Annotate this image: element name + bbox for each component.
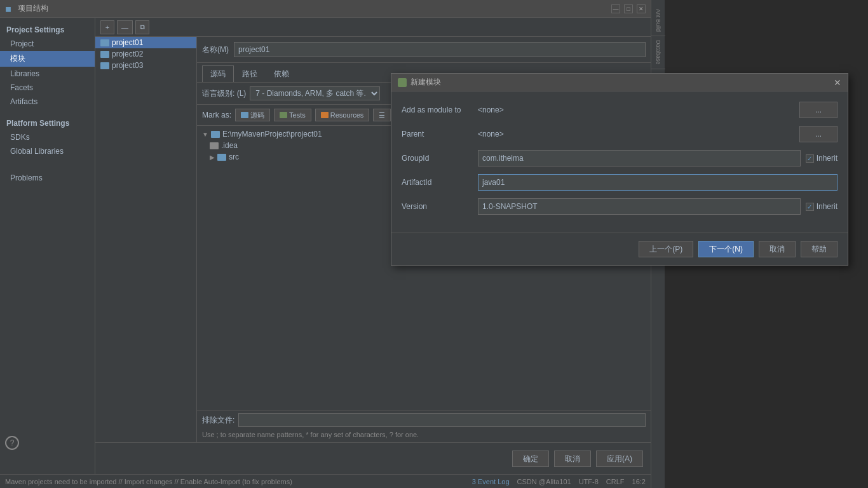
sidebar-item-libraries[interactable]: Libraries <box>0 67 95 81</box>
name-label: 名称(M) <box>202 44 229 55</box>
project-settings-title: Project Settings <box>0 20 95 37</box>
app-title-bar: ◼ 项目结构 — □ ✕ <box>0 0 651 18</box>
folder-icon <box>100 62 109 69</box>
mark-sources-label: 源码 <box>250 111 264 120</box>
root-folder-icon <box>211 131 220 138</box>
add-module-to-row: Add as module to <none> ... <box>402 102 837 118</box>
idea-folder-name: .idea <box>221 141 238 150</box>
root-path: E:\myMavenProject\project01 <box>222 130 322 139</box>
help-button-dialog[interactable]: 帮助 <box>801 241 837 257</box>
dialog-body: Add as module to <none> ... Parent <none… <box>391 92 848 233</box>
parent-row: Parent <none> ... <box>402 126 837 142</box>
add-module-to-label: Add as module to <box>402 105 478 114</box>
status-text: Maven projects need to be imported // Im… <box>5 478 292 485</box>
folder-icon <box>100 39 109 46</box>
dialog-cancel-button[interactable]: 取消 <box>759 241 796 257</box>
exclude-label: 排除文件: <box>202 415 234 426</box>
lang-label: 语言级别: (L) <box>202 88 246 99</box>
version-label: Version <box>402 202 478 211</box>
group-id-input[interactable] <box>478 150 801 166</box>
exclude-hint: Use ; to separate name patterns, * for a… <box>197 430 651 442</box>
artifact-id-input[interactable] <box>478 174 837 191</box>
tab-paths[interactable]: 路径 <box>234 65 266 82</box>
version-inherit-checkbox[interactable] <box>806 203 814 211</box>
exclude-files-row: 排除文件: <box>197 410 651 430</box>
dialog-title: 新建模块 <box>410 77 441 88</box>
sidebar-item-problems[interactable]: Problems <box>0 171 95 185</box>
confirm-bar: 确定 取消 应用(A) <box>95 442 651 474</box>
module-item-project03[interactable]: project03 <box>95 60 196 71</box>
module-toolbar: + — ⧉ <box>95 18 651 37</box>
status-bar: Maven projects need to be imported // Im… <box>0 474 651 488</box>
sidebar-item-modules[interactable]: 模块 <box>0 51 95 67</box>
group-id-row: GroupId Inherit <box>402 150 837 166</box>
close-button[interactable]: ✕ <box>637 4 646 13</box>
prev-button[interactable]: 上一个(P) <box>639 241 693 257</box>
sidebar-item-facets[interactable]: Facets <box>0 81 95 95</box>
module-name: project02 <box>112 50 143 58</box>
exclude-files-input[interactable] <box>238 413 646 427</box>
group-id-label: GroupId <box>402 154 478 163</box>
ant-build-panel[interactable]: Ant Build <box>651 5 665 36</box>
sidebar-item-global-libraries[interactable]: Global Libraries <box>0 144 95 158</box>
module-name: project01 <box>112 38 143 47</box>
mark-resources-button[interactable]: Resources <box>315 109 370 121</box>
src-expand-arrow: ▶ <box>210 154 215 161</box>
mark-tests-label: Tests <box>289 111 306 119</box>
tab-dependencies[interactable]: 依赖 <box>266 65 297 82</box>
module-item-project01[interactable]: project01 <box>95 37 196 48</box>
ok-button[interactable]: 确定 <box>512 451 549 467</box>
copy-module-button[interactable]: ⧉ <box>135 20 149 34</box>
sidebar-item-artifacts[interactable]: Artifacts <box>0 95 95 109</box>
mark-resources-label: Resources <box>330 111 364 119</box>
version-input[interactable] <box>478 198 801 215</box>
src-folder-name: src <box>229 152 239 161</box>
line-separator: CRLF <box>606 478 625 485</box>
app-title: 项目结构 <box>18 3 48 14</box>
event-log[interactable]: 3 Event Log <box>472 478 510 485</box>
tab-sources[interactable]: 源码 <box>202 65 234 82</box>
language-level-select[interactable]: 7 - Diamonds, ARM, 多 catch 等. <box>250 86 380 100</box>
cursor-position: 16:2 <box>632 478 646 485</box>
maximize-button[interactable]: □ <box>624 4 633 13</box>
parent-label: Parent <box>402 130 478 139</box>
encoding-label: UTF-8 <box>579 478 599 485</box>
database-panel[interactable]: Database <box>651 36 665 69</box>
module-item-project02[interactable]: project02 <box>95 48 196 60</box>
module-name-input[interactable] <box>234 42 646 57</box>
group-id-inherit-checkbox[interactable] <box>806 154 814 163</box>
apply-button[interactable]: 应用(A) <box>596 451 643 467</box>
add-module-to-value: <none> <box>478 105 794 114</box>
mark-as-label: Mark as: <box>202 111 231 119</box>
cancel-button[interactable]: 取消 <box>554 451 591 467</box>
parent-browse-button[interactable]: ... <box>799 126 837 142</box>
remove-module-button[interactable]: — <box>117 20 133 34</box>
mark-tests-button[interactable]: Tests <box>274 109 311 121</box>
help-button[interactable]: ? <box>5 436 19 450</box>
name-row: 名称(M) <box>197 37 651 63</box>
sidebar-item-sdks[interactable]: SDKs <box>0 130 95 144</box>
dialog-title-icon <box>398 78 407 87</box>
dialog-footer: 上一个(P) 下一个(N) 取消 帮助 <box>391 233 848 265</box>
artifact-id-label: ArtifactId <box>402 178 478 187</box>
idea-folder-icon <box>210 142 219 149</box>
sidebar-item-project[interactable]: Project <box>0 37 95 51</box>
module-name: project03 <box>112 61 143 70</box>
user-label: CSDN @Alita101 <box>517 478 571 485</box>
src-folder-icon <box>217 154 226 161</box>
parent-value: <none> <box>478 130 794 139</box>
app-icon: ◼ <box>5 4 11 13</box>
platform-settings-title: Platform Settings <box>0 114 95 130</box>
new-module-dialog: 新建模块 ✕ Add as module to <none> ... Paren… <box>391 73 848 266</box>
folder-icon <box>100 51 109 58</box>
resources-folder-icon <box>321 112 329 118</box>
dialog-title-bar: 新建模块 ✕ <box>391 74 848 92</box>
version-inherit-label: Inherit <box>817 202 837 211</box>
next-button[interactable]: 下一个(N) <box>698 241 754 257</box>
minimize-button[interactable]: — <box>611 4 620 13</box>
mark-more-button[interactable]: ☰ <box>373 109 391 121</box>
add-module-browse-button[interactable]: ... <box>799 102 837 118</box>
mark-sources-button[interactable]: 源码 <box>235 109 270 121</box>
add-module-button[interactable]: + <box>100 20 114 34</box>
dialog-close-button[interactable]: ✕ <box>834 78 841 88</box>
